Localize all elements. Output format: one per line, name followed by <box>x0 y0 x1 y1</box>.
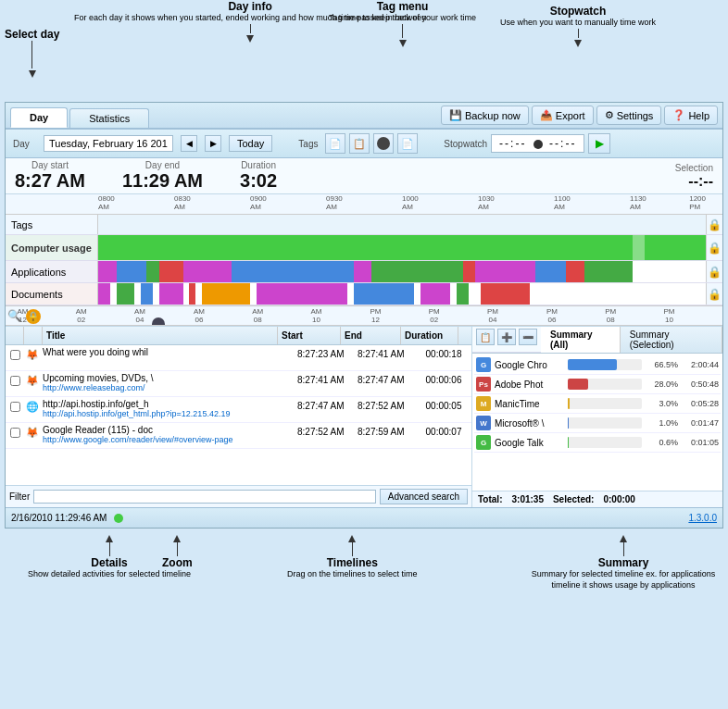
date-input[interactable] <box>44 135 173 152</box>
filter-label: Filter <box>9 491 30 502</box>
row4-url[interactable]: http://www.google.com/reader/view/#overv… <box>43 435 294 444</box>
btick-8am: AM08 <box>246 307 270 324</box>
row4-title-text: Google Reader (115) - doc <box>43 425 153 435</box>
timeline-row-tags: Tags 🔒 <box>6 215 722 235</box>
row3-dur: 00:00:05 <box>416 399 471 413</box>
settings-button[interactable]: ⚙ Settings <box>596 106 662 125</box>
row4-check[interactable] <box>6 425 24 440</box>
computer-lock-icon: 🔒 <box>706 235 722 260</box>
col-icon <box>24 327 43 344</box>
details-rows: 🦊 What were you doing whil 8:27:23 AM 8:… <box>6 345 471 485</box>
summary-row: M ManicTime 3.0% 0:05:28 <box>474 394 721 414</box>
filter-input[interactable] <box>33 490 375 504</box>
day-controls-row: Day ◀ ▶ Today Tags 📄 📋 📄 Stopwatch --:--… <box>6 130 722 158</box>
row3-check[interactable] <box>6 399 24 414</box>
row1-check[interactable] <box>6 347 24 362</box>
row2-url[interactable]: http://www.releasebag.com/ <box>43 383 294 392</box>
summary-row: G Google Chro 66.5% 2:00:44 <box>474 355 721 375</box>
docs-lock-icon: 🔒 <box>706 283 722 305</box>
next-day-button[interactable]: ▶ <box>205 135 221 152</box>
tick-0800: 0800AM <box>98 194 115 211</box>
status-active-dot <box>114 514 123 523</box>
status-bar: 2/16/2010 11:29:46 AM 1.3.0.0 <box>6 507 722 528</box>
day-start-label: Day start <box>15 160 85 170</box>
app-bar-microsoft <box>568 417 642 429</box>
col-duration[interactable]: Duration <box>401 327 458 344</box>
tab-statistics[interactable]: Statistics <box>69 108 149 128</box>
summary-tool-btn-3[interactable]: ➖ <box>519 329 537 345</box>
tags-lock-icon: 🔒 <box>706 215 722 234</box>
row2-icon: 🦊 <box>24 373 41 387</box>
apps-bar-area[interactable] <box>98 261 706 282</box>
stopwatch-play-button[interactable]: ▶ <box>588 133 610 154</box>
day-end-item: Day end 11:29 AM <box>122 160 203 192</box>
export-button[interactable]: 📤 Export <box>532 106 594 125</box>
ann-timelines: Timelines Drag on the timelines to selec… <box>287 533 418 580</box>
add-tag-button[interactable]: 📄 <box>325 133 345 154</box>
row2-check[interactable] <box>6 373 24 388</box>
zoom-lock-icon[interactable]: 🔒 <box>26 309 41 324</box>
row2-end: 8:27:47 AM <box>356 373 416 387</box>
stopwatch-desc: Use when you want to manually time work <box>500 18 656 29</box>
row3-title-text: http://api.hostip.info/get_h <box>43 399 149 409</box>
col-title[interactable]: Title <box>43 327 278 344</box>
summary-tool-btn-1[interactable]: 📋 <box>476 329 495 345</box>
details-header: Title Start End Duration <box>6 327 471 345</box>
prev-day-button[interactable]: ◀ <box>181 135 197 152</box>
app-bar-2 <box>117 261 147 282</box>
summary-row: G Google Talk 0.6% 0:01:05 <box>474 433 721 453</box>
row1-title-text: What were you doing whil <box>43 347 148 357</box>
tags-timeline-label: Tags <box>6 215 98 234</box>
app-bar-fill-chrome <box>568 359 617 370</box>
row4-dur: 00:00:07 <box>416 425 471 439</box>
advanced-search-button[interactable]: Advanced search <box>380 489 468 504</box>
zoom-out-icon[interactable]: 🔍 <box>7 309 21 322</box>
row1-end: 8:27:41 AM <box>356 347 416 361</box>
summary-rows: G Google Chro 66.5% 2:00:44 Ps Adobe Pho… <box>472 354 722 491</box>
col-end[interactable]: End <box>341 327 401 344</box>
app-name-microsoft: Microsoft® \ <box>495 418 564 429</box>
apps-timeline-label: Applications <box>6 261 98 282</box>
help-button[interactable]: ❓ Help <box>664 106 718 125</box>
app-pct-manictime: 3.0% <box>646 399 678 408</box>
tick-1100: 1100AM <box>554 194 571 211</box>
tab-summary-all[interactable]: Summary (All) <box>541 327 621 353</box>
timeline-row-docs: Documents 🔒 <box>6 283 722 305</box>
zoom-dot[interactable] <box>152 317 165 326</box>
tab-day[interactable]: Day <box>10 107 68 128</box>
arrow-line-tag-menu <box>402 24 403 38</box>
sw-time-value: --:-- <box>499 137 526 150</box>
tag-action-button[interactable]: 📋 <box>349 133 370 154</box>
tags-bar-area[interactable] <box>98 215 706 234</box>
col-start[interactable]: Start <box>278 327 341 344</box>
tag-extra-button[interactable]: 📄 <box>397 133 418 154</box>
row4-start: 8:27:52 AM <box>295 425 356 439</box>
arrow-down-stopwatch <box>500 40 656 47</box>
row3-url[interactable]: http://api.hostip.info/get_html.php?ip=1… <box>43 409 294 418</box>
status-version[interactable]: 1.3.0.0 <box>688 513 717 523</box>
tick-1130: 1130AM <box>630 194 646 211</box>
tab-summary-selection[interactable]: Summary (Selection) <box>621 327 722 353</box>
app-bar-11 <box>535 261 566 282</box>
backup-now-button[interactable]: 💾 Backup now <box>441 106 529 125</box>
row4-end: 8:27:59 AM <box>356 425 416 439</box>
app-bar-fill-microsoft <box>568 417 569 429</box>
tag-circle-button[interactable] <box>373 133 394 154</box>
tick-1200: 1200PM <box>689 194 706 211</box>
selection-label: Selection <box>675 163 713 173</box>
ann-tag-menu: Tag menu Tag time to keep track of your … <box>329 0 476 47</box>
app-bar-10 <box>475 261 536 282</box>
doc-bar-9 <box>420 283 451 305</box>
arrow-up-zoom <box>162 535 193 542</box>
sw-dot-icon <box>532 139 549 152</box>
computer-bar-area[interactable] <box>98 235 706 260</box>
doc-bar-3 <box>141 283 153 305</box>
row4-icon: 🦊 <box>24 425 41 439</box>
summary-toolbar: 📋 ➕ ➖ <box>472 327 541 353</box>
summary-tool-btn-2[interactable]: ➕ <box>497 329 516 345</box>
col-checkbox <box>6 327 24 344</box>
docs-bar-area[interactable] <box>98 283 706 305</box>
app-bar-3 <box>146 261 158 282</box>
app-bar-4 <box>159 261 183 282</box>
today-button[interactable]: Today <box>229 135 272 152</box>
